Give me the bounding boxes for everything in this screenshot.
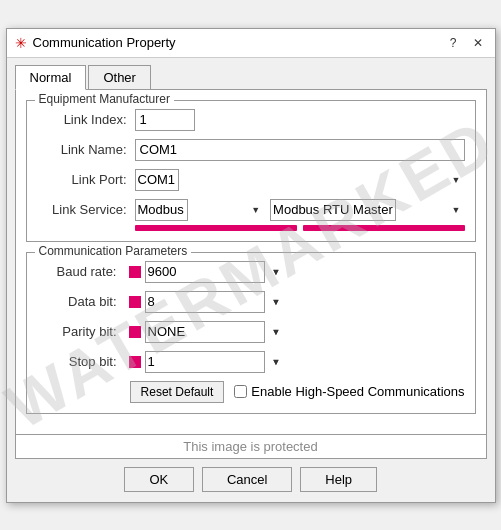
parity-bit-controls: NONE ODD EVEN ▼	[125, 321, 285, 343]
baud-rate-select[interactable]: 9600 19200 38400 57600 115200	[145, 261, 265, 283]
link-service-row: Link Service: Modbus Modbus RTU Master	[37, 199, 465, 221]
stop-bit-arrow: ▼	[272, 357, 281, 367]
baud-rate-indicator	[129, 266, 141, 278]
ok-button[interactable]: OK	[124, 467, 194, 492]
data-bit-select-wrapper: 8 7 ▼	[145, 291, 285, 313]
tab-content: Equipment Manufacturer Link Index: Link …	[15, 89, 487, 435]
content-wrapper: WATERMARKED Equipment Manufacturer Link …	[7, 89, 495, 459]
protected-text: This image is protected	[15, 435, 487, 459]
equipment-group: Equipment Manufacturer Link Index: Link …	[26, 100, 476, 242]
link-port-select[interactable]: COM1	[135, 169, 179, 191]
high-speed-checkbox[interactable]	[234, 385, 247, 398]
tab-normal[interactable]: Normal	[15, 65, 87, 90]
link-service-select1[interactable]: Modbus	[135, 199, 188, 221]
stop-bit-select[interactable]: 1 2	[145, 351, 265, 373]
stop-bit-controls: 1 2 ▼	[125, 351, 285, 373]
parity-bit-arrow: ▼	[272, 327, 281, 337]
link-name-row: Link Name:	[37, 139, 465, 161]
close-title-button[interactable]: ✕	[469, 35, 487, 51]
high-speed-checkbox-row: Enable High-Speed Communications	[234, 384, 464, 399]
baud-rate-row: Baud rate: 9600 19200 38400 57600 115200	[37, 261, 465, 283]
cancel-button[interactable]: Cancel	[202, 467, 292, 492]
link-name-label: Link Name:	[37, 142, 127, 157]
reset-default-button[interactable]: Reset Default	[130, 381, 225, 403]
params-bottom-row: Reset Default Enable High-Speed Communic…	[37, 381, 465, 403]
link-service-wrapper1: Modbus	[135, 199, 265, 221]
link-service-wrapper2: Modbus RTU Master	[270, 199, 464, 221]
help-title-button[interactable]: ?	[446, 35, 461, 51]
params-group: Communication Parameters Baud rate: 9600…	[26, 252, 476, 414]
title-bar-left: ✳ Communication Property	[15, 35, 176, 51]
parity-bit-select[interactable]: NONE ODD EVEN	[145, 321, 265, 343]
link-service-label: Link Service:	[37, 202, 127, 217]
params-group-title: Communication Parameters	[35, 244, 192, 258]
link-port-wrapper: COM1	[135, 169, 465, 191]
link-index-label: Link Index:	[37, 112, 127, 127]
stop-bit-select-wrapper: 1 2 ▼	[145, 351, 285, 373]
link-index-input[interactable]	[135, 109, 195, 131]
pink-bar-2	[303, 225, 465, 231]
service-pink-bars	[135, 225, 465, 231]
data-bit-row: Data bit: 8 7 ▼	[37, 291, 465, 313]
tab-other[interactable]: Other	[88, 65, 151, 90]
app-icon: ✳	[15, 35, 27, 51]
action-buttons-bar: OK Cancel Help	[15, 459, 487, 502]
tab-bar: Normal Other	[7, 58, 495, 89]
baud-rate-label: Baud rate:	[37, 264, 117, 279]
title-bar-controls: ? ✕	[446, 35, 487, 51]
data-bit-arrow: ▼	[272, 297, 281, 307]
parity-bit-row: Parity bit: NONE ODD EVEN ▼	[37, 321, 465, 343]
data-bit-controls: 8 7 ▼	[125, 291, 285, 313]
link-index-row: Link Index:	[37, 109, 465, 131]
data-bit-indicator	[129, 296, 141, 308]
title-bar: ✳ Communication Property ? ✕	[7, 29, 495, 58]
link-name-input[interactable]	[135, 139, 465, 161]
stop-bit-label: Stop bit:	[37, 354, 117, 369]
parity-bit-select-wrapper: NONE ODD EVEN ▼	[145, 321, 285, 343]
baud-rate-arrow: ▼	[272, 267, 281, 277]
dialog-window: ✳ Communication Property ? ✕ Normal Othe…	[6, 28, 496, 503]
stop-bit-row: Stop bit: 1 2 ▼	[37, 351, 465, 373]
data-bit-select[interactable]: 8 7	[145, 291, 265, 313]
high-speed-label: Enable High-Speed Communications	[251, 384, 464, 399]
parity-bit-label: Parity bit:	[37, 324, 117, 339]
baud-rate-controls: 9600 19200 38400 57600 115200 ▼	[125, 261, 285, 283]
link-service-selects: Modbus Modbus RTU Master	[135, 199, 465, 221]
stop-bit-indicator	[129, 356, 141, 368]
equipment-group-title: Equipment Manufacturer	[35, 92, 174, 106]
link-port-label: Link Port:	[37, 172, 127, 187]
help-button[interactable]: Help	[300, 467, 377, 492]
data-bit-label: Data bit:	[37, 294, 117, 309]
link-service-select2[interactable]: Modbus RTU Master	[270, 199, 396, 221]
window-title: Communication Property	[33, 35, 176, 50]
link-port-row: Link Port: COM1	[37, 169, 465, 191]
pink-bar-1	[135, 225, 297, 231]
parity-bit-indicator	[129, 326, 141, 338]
baud-rate-select-wrapper: 9600 19200 38400 57600 115200 ▼	[145, 261, 285, 283]
